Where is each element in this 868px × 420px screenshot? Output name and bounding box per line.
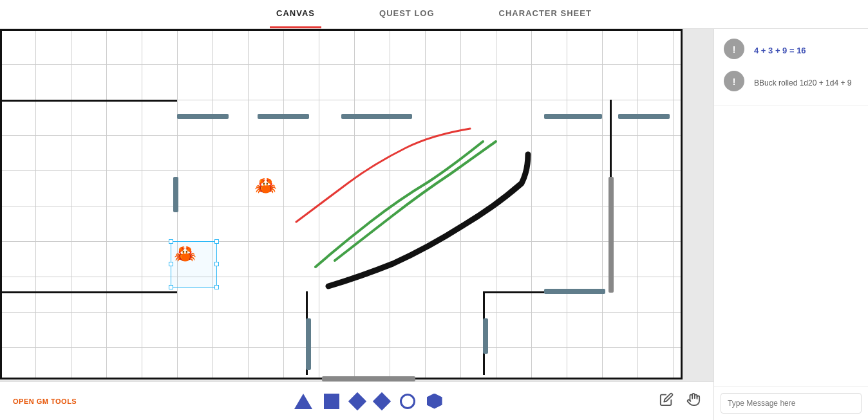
selection-handle-ml[interactable] xyxy=(169,262,173,266)
triangle-icon xyxy=(294,394,312,409)
bottom-toolbar: OPEN GM TOOLS xyxy=(0,381,713,420)
shape-circle-button[interactable] xyxy=(400,394,415,409)
shape-hex-button[interactable] xyxy=(427,394,442,409)
main-layout: 🦀 🦀 xyxy=(0,29,868,420)
token-2[interactable]: 🦀 xyxy=(174,245,196,263)
diamond-icon xyxy=(348,392,366,410)
hex-icon xyxy=(427,394,442,409)
shape-triangle-button[interactable] xyxy=(294,394,312,409)
shape-diamond-button[interactable] xyxy=(351,395,364,408)
shape-square-button[interactable] xyxy=(324,394,339,409)
message-input-wrap xyxy=(714,386,868,420)
sidebar-dice-log: ! 4 + 3 + 9 = 16 ! BBuck rolled 1d20 + 1… xyxy=(714,29,868,105)
square-icon xyxy=(324,394,339,409)
selection-handle-mr[interactable] xyxy=(214,262,219,266)
top-nav: CANVAS QUEST LOG CHARACTER SHEET xyxy=(0,0,868,29)
open-gm-tools-button[interactable]: OPEN GM TOOLS xyxy=(13,397,77,405)
tab-canvas[interactable]: CANVAS xyxy=(270,0,321,28)
message-area xyxy=(714,105,868,386)
toolbar-tools xyxy=(659,392,701,410)
canvas-area: 🦀 🦀 xyxy=(0,29,713,420)
right-sidebar: ! 4 + 3 + 9 = 16 ! BBuck rolled 1d20 + 1… xyxy=(713,29,868,420)
roll-info: BBuck rolled 1d20 + 1d4 + 9 xyxy=(754,78,851,87)
dice-formula: 4 + 3 + 9 = 16 xyxy=(754,46,806,55)
circle-icon xyxy=(400,394,415,409)
diamond2-icon xyxy=(372,392,390,410)
selection-handle-br[interactable] xyxy=(214,285,219,289)
canvas-grid[interactable]: 🦀 🦀 xyxy=(0,29,683,379)
selection-handle-tr[interactable] xyxy=(214,239,219,244)
canvas-strokes xyxy=(0,29,683,379)
canvas-wrapper[interactable]: 🦀 🦀 xyxy=(0,29,713,381)
tab-character-sheet[interactable]: CHARACTER SHEET xyxy=(493,0,598,28)
message-input[interactable] xyxy=(721,393,862,414)
toolbar-shapes xyxy=(294,394,442,409)
selection-handle-tl[interactable] xyxy=(169,239,173,244)
pencil-tool-button[interactable] xyxy=(659,392,674,410)
selection-handle-bl[interactable] xyxy=(169,285,173,289)
alert-button-2[interactable]: ! xyxy=(724,71,744,91)
token-1[interactable]: 🦀 xyxy=(254,177,277,195)
hand-tool-button[interactable] xyxy=(686,392,701,410)
alert-button-1[interactable]: ! xyxy=(724,39,744,59)
shape-diamond2-button[interactable] xyxy=(375,395,388,408)
tab-quest-log[interactable]: QUEST LOG xyxy=(373,0,441,28)
